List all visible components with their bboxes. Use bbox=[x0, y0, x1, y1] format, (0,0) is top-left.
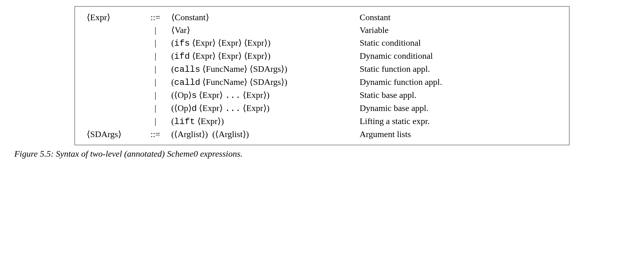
op-cell: ::= bbox=[142, 11, 169, 24]
lhs-cell: ⟨SDArgs⟩ bbox=[84, 128, 142, 141]
lhs-cell bbox=[84, 76, 142, 89]
desc-cell: Dynamic conditional bbox=[357, 49, 560, 62]
desc-cell: Static base appl. bbox=[357, 89, 560, 102]
op-cell: ::= bbox=[142, 128, 169, 141]
lhs-cell bbox=[84, 62, 142, 76]
grammar-row: |(ifd ⟨Expr⟩ ⟨Expr⟩ ⟨Expr⟩)Dynamic condi… bbox=[84, 49, 560, 62]
desc-cell: Constant bbox=[357, 11, 560, 24]
op-cell: | bbox=[142, 102, 169, 115]
rhs-cell: (calld ⟨FuncName⟩ ⟨SDArgs⟩) bbox=[169, 76, 357, 89]
grammar-row: |(calld ⟨FuncName⟩ ⟨SDArgs⟩)Dynamic func… bbox=[84, 76, 560, 89]
grammar-row: |(ifs ⟨Expr⟩ ⟨Expr⟩ ⟨Expr⟩)Static condit… bbox=[84, 36, 560, 49]
rhs-cell: (⟨Op⟩s ⟨Expr⟩ ... ⟨Expr⟩) bbox=[169, 89, 357, 102]
op-cell: | bbox=[142, 76, 169, 89]
lhs-cell bbox=[84, 49, 142, 62]
grammar-row: |(lift ⟨Expr⟩)Lifting a static expr. bbox=[84, 115, 560, 128]
grammar-box: ⟨Expr⟩::=⟨Constant⟩Constant|⟨Var⟩Variabl… bbox=[75, 6, 569, 145]
rhs-cell: (calls ⟨FuncName⟩ ⟨SDArgs⟩) bbox=[169, 62, 357, 76]
lhs-cell: ⟨Expr⟩ bbox=[84, 11, 142, 24]
rhs-cell: (ifs ⟨Expr⟩ ⟨Expr⟩ ⟨Expr⟩) bbox=[169, 36, 357, 49]
lhs-cell bbox=[84, 102, 142, 115]
desc-cell: Lifting a static expr. bbox=[357, 115, 560, 128]
rhs-cell: ⟨Var⟩ bbox=[169, 24, 357, 36]
desc-cell: Static conditional bbox=[357, 36, 560, 49]
desc-cell: Variable bbox=[357, 24, 560, 36]
lhs-cell bbox=[84, 24, 142, 36]
rhs-cell: (⟨Arglist⟩) (⟨Arglist⟩) bbox=[169, 128, 357, 141]
op-cell: | bbox=[142, 36, 169, 49]
grammar-row: |(⟨Op⟩d ⟨Expr⟩ ... ⟨Expr⟩)Dynamic base a… bbox=[84, 102, 560, 115]
op-cell: | bbox=[142, 62, 169, 76]
grammar-row: |(⟨Op⟩s ⟨Expr⟩ ... ⟨Expr⟩)Static base ap… bbox=[84, 89, 560, 102]
desc-cell: Dynamic function appl. bbox=[357, 76, 560, 89]
grammar-table: ⟨Expr⟩::=⟨Constant⟩Constant|⟨Var⟩Variabl… bbox=[84, 11, 560, 141]
desc-cell: Argument lists bbox=[357, 128, 560, 141]
figure-caption: Figure 5.5: Syntax of two-level (annotat… bbox=[14, 149, 638, 159]
grammar-row: |⟨Var⟩Variable bbox=[84, 24, 560, 36]
grammar-row: ⟨SDArgs⟩::=(⟨Arglist⟩) (⟨Arglist⟩)Argume… bbox=[84, 128, 560, 141]
op-cell: | bbox=[142, 89, 169, 102]
op-cell: | bbox=[142, 49, 169, 62]
rhs-cell: ⟨Constant⟩ bbox=[169, 11, 357, 24]
grammar-row: |(calls ⟨FuncName⟩ ⟨SDArgs⟩)Static funct… bbox=[84, 62, 560, 76]
op-cell: | bbox=[142, 24, 169, 36]
desc-cell: Dynamic base appl. bbox=[357, 102, 560, 115]
lhs-cell bbox=[84, 89, 142, 102]
rhs-cell: (ifd ⟨Expr⟩ ⟨Expr⟩ ⟨Expr⟩) bbox=[169, 49, 357, 62]
desc-cell: Static function appl. bbox=[357, 62, 560, 76]
rhs-cell: (⟨Op⟩d ⟨Expr⟩ ... ⟨Expr⟩) bbox=[169, 102, 357, 115]
grammar-row: ⟨Expr⟩::=⟨Constant⟩Constant bbox=[84, 11, 560, 24]
op-cell: | bbox=[142, 115, 169, 128]
lhs-cell bbox=[84, 115, 142, 128]
lhs-cell bbox=[84, 36, 142, 49]
rhs-cell: (lift ⟨Expr⟩) bbox=[169, 115, 357, 128]
